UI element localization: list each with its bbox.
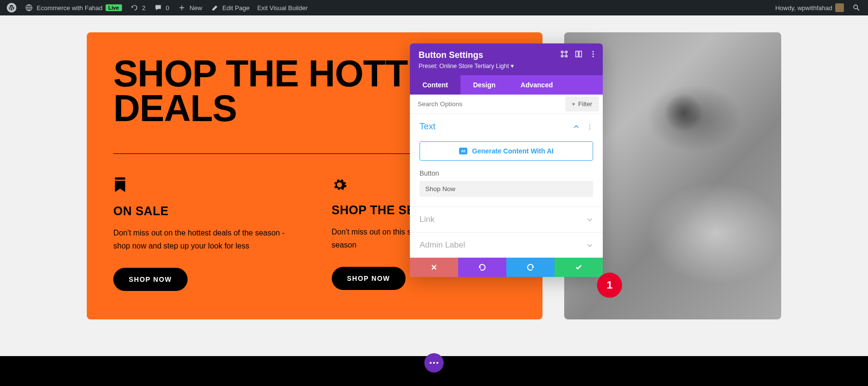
refresh-icon xyxy=(130,3,139,13)
svg-point-11 xyxy=(589,126,591,127)
svg-rect-4 xyxy=(562,52,566,56)
svg-point-2 xyxy=(854,5,857,9)
edit-page-menu[interactable]: Edit Page xyxy=(206,0,253,15)
redo-icon xyxy=(527,263,534,271)
exit-vb[interactable]: Exit Visual Builder xyxy=(253,0,312,15)
svg-point-12 xyxy=(589,128,591,130)
annotation-badge: 1 xyxy=(597,273,622,298)
wp-admin-bar: Ecommerce with Fahad Live 2 0 New Edit xyxy=(0,0,868,15)
plus-icon xyxy=(177,3,187,13)
new-menu[interactable]: New xyxy=(173,0,206,15)
tab-content[interactable]: Content xyxy=(410,75,461,95)
howdy-text: Howdy, wpwithfahad xyxy=(775,4,832,12)
svg-point-9 xyxy=(593,56,594,57)
plus-icon: + xyxy=(572,100,576,108)
panel-footer xyxy=(410,258,603,277)
expand-icon[interactable] xyxy=(575,50,583,58)
close-icon xyxy=(431,264,437,271)
tab-advanced[interactable]: Advanced xyxy=(508,75,566,95)
button-text-input[interactable] xyxy=(420,181,593,197)
panel-header[interactable]: Button Settings Preset: Online Store Ter… xyxy=(410,43,603,75)
wordpress-icon xyxy=(7,3,16,13)
comment-icon xyxy=(153,3,163,13)
section-admin-label[interactable]: Admin Label xyxy=(410,233,603,258)
exit-vb-label: Exit Visual Builder xyxy=(257,4,308,12)
panel-tabs: Content Design Advanced xyxy=(410,75,603,95)
new-label: New xyxy=(190,4,202,12)
site-menu[interactable]: Ecommerce with Fahad Live xyxy=(20,0,126,15)
tab-design[interactable]: Design xyxy=(461,75,508,95)
section-link[interactable]: Link xyxy=(410,207,603,232)
undo-icon xyxy=(478,263,486,271)
comments-count: 0 xyxy=(166,4,169,12)
updates-menu[interactable]: 2 xyxy=(126,0,149,15)
snap-icon[interactable] xyxy=(560,50,568,58)
cancel-button[interactable] xyxy=(410,258,458,277)
save-button[interactable] xyxy=(555,258,603,277)
caret-down-icon: ▾ xyxy=(511,62,514,69)
search-options-input[interactable] xyxy=(410,95,565,113)
site-name: Ecommerce with Fahad xyxy=(37,4,103,12)
kebab-icon[interactable] xyxy=(589,50,597,58)
svg-rect-5 xyxy=(576,51,578,57)
blurb-on-sale: ON SALE Don't miss out on the hottest de… xyxy=(113,177,298,291)
shop-now-button[interactable]: shop now xyxy=(332,267,406,290)
svg-point-10 xyxy=(589,124,591,125)
pencil-icon xyxy=(210,3,219,13)
preset-selector[interactable]: Preset: Online Store Tertiary Light ▾ xyxy=(419,62,594,69)
bookmark-icon xyxy=(113,177,298,193)
chevron-down-icon xyxy=(586,216,593,223)
svg-point-7 xyxy=(593,51,594,53)
filter-button[interactable]: + Filter xyxy=(565,96,599,111)
svg-point-8 xyxy=(593,54,594,55)
undo-button[interactable] xyxy=(458,258,506,277)
chevron-up-icon xyxy=(573,124,580,130)
blurb-text: Don't miss out on the hottest deals of t… xyxy=(113,227,298,252)
generate-ai-button[interactable]: AI Generate Content With AI xyxy=(420,141,593,161)
avatar xyxy=(835,3,844,12)
svg-rect-6 xyxy=(579,51,582,57)
redo-button[interactable] xyxy=(506,258,555,277)
blurb-heading: ON SALE xyxy=(113,204,298,218)
live-badge: Live xyxy=(106,4,122,11)
button-field-label: Button xyxy=(420,169,593,177)
ai-badge-icon: AI xyxy=(459,148,467,154)
chevron-down-icon xyxy=(586,242,593,248)
updates-count: 2 xyxy=(142,4,146,12)
search-icon xyxy=(852,3,861,13)
svg-rect-3 xyxy=(115,178,125,180)
search-toggle[interactable] xyxy=(848,0,865,15)
howdy-menu[interactable]: Howdy, wpwithfahad xyxy=(772,0,848,15)
module-settings-panel: Button Settings Preset: Online Store Ter… xyxy=(410,43,603,277)
edit-page-label: Edit Page xyxy=(222,4,249,12)
home-icon xyxy=(24,3,34,13)
panel-search-row: + Filter xyxy=(410,95,603,114)
wp-logo[interactable] xyxy=(3,0,20,15)
comments-menu[interactable]: 0 xyxy=(149,0,173,15)
shop-now-button[interactable]: shop now xyxy=(113,268,188,291)
check-icon xyxy=(575,263,583,271)
section-text[interactable]: Text xyxy=(410,114,603,139)
builder-fab[interactable] xyxy=(424,353,444,372)
kebab-icon[interactable] xyxy=(586,124,593,130)
